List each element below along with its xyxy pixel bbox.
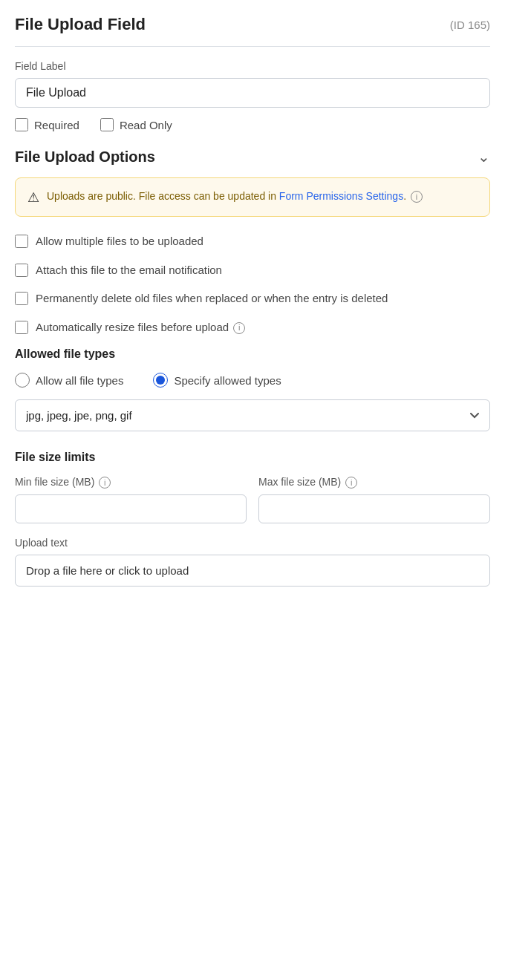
max-file-size-label: Max file size (MB) i	[258, 476, 490, 489]
min-file-size-col: Min file size (MB) i	[15, 476, 247, 523]
allow-all-radio-item[interactable]: Allow all file types	[15, 373, 123, 388]
read-only-label: Read Only	[120, 119, 172, 131]
file-type-radio-row: Allow all file types Specify allowed typ…	[15, 373, 490, 388]
page-id: (ID 165)	[450, 19, 490, 31]
max-file-size-input[interactable]	[258, 494, 490, 523]
allow-multiple-row: Allow multiple files to be uploaded	[15, 233, 490, 250]
required-checkbox-item[interactable]: Required	[15, 118, 79, 131]
auto-resize-checkbox[interactable]	[15, 321, 28, 334]
file-upload-options-title: File Upload Options	[15, 148, 155, 166]
info-icon[interactable]: i	[411, 191, 423, 203]
file-size-limits-section: File size limits Min file size (MB) i Ma…	[15, 451, 490, 523]
page-header: File Upload Field (ID 165)	[15, 15, 490, 34]
field-label-section: Field Label	[15, 60, 490, 108]
min-file-size-info-icon[interactable]: i	[99, 477, 111, 489]
file-upload-options-header[interactable]: File Upload Options ⌄	[15, 148, 490, 166]
attach-email-label: Attach this file to the email notificati…	[36, 262, 222, 279]
file-size-limits-title: File size limits	[15, 451, 490, 464]
field-label-text: Field Label	[15, 60, 490, 72]
allow-all-label: Allow all file types	[36, 374, 123, 387]
field-label-input[interactable]	[15, 78, 490, 108]
perm-delete-checkbox[interactable]	[15, 292, 28, 305]
min-file-size-input[interactable]	[15, 494, 247, 523]
auto-resize-label: Automatically resize files before upload…	[36, 319, 245, 336]
page-title: File Upload Field	[15, 15, 146, 34]
warning-text-content: Uploads are public. File access can be u…	[47, 190, 279, 202]
upload-text-input[interactable]	[15, 555, 490, 587]
required-label: Required	[34, 119, 79, 131]
read-only-checkbox[interactable]	[100, 118, 114, 131]
upload-text-label: Upload text	[15, 537, 490, 549]
header-divider	[15, 46, 490, 47]
read-only-checkbox-item[interactable]: Read Only	[100, 118, 172, 131]
required-checkbox[interactable]	[15, 118, 28, 131]
perm-delete-label: Permanently delete old files when replac…	[36, 290, 388, 307]
warning-box: ⚠ Uploads are public. File access can be…	[15, 177, 490, 217]
auto-resize-row: Automatically resize files before upload…	[15, 319, 490, 336]
auto-resize-info-icon[interactable]: i	[233, 322, 245, 334]
specify-types-radio[interactable]	[153, 373, 168, 388]
allow-all-radio[interactable]	[15, 373, 30, 388]
max-file-size-col: Max file size (MB) i	[258, 476, 490, 523]
specify-types-label: Specify allowed types	[174, 374, 281, 387]
attach-email-checkbox[interactable]	[15, 264, 28, 277]
warning-icon: ⚠	[27, 189, 39, 206]
file-types-select[interactable]: jpg, jpeg, jpe, png, gif pdf doc, docx A…	[15, 399, 490, 431]
allowed-file-types-section: Allowed file types Allow all file types …	[15, 347, 490, 431]
warning-text: Uploads are public. File access can be u…	[47, 189, 423, 204]
allow-multiple-checkbox[interactable]	[15, 235, 28, 248]
allowed-file-types-title: Allowed file types	[15, 347, 490, 361]
attach-email-row: Attach this file to the email notificati…	[15, 262, 490, 279]
form-permissions-link[interactable]: Form Permissions Settings	[279, 190, 403, 202]
upload-text-section: Upload text	[15, 537, 490, 587]
max-file-size-info-icon[interactable]: i	[345, 477, 357, 489]
warning-suffix: .	[403, 190, 406, 202]
allow-multiple-label: Allow multiple files to be uploaded	[36, 233, 203, 250]
file-size-inputs-row: Min file size (MB) i Max file size (MB) …	[15, 476, 490, 523]
required-readonly-row: Required Read Only	[15, 118, 490, 131]
specify-types-radio-item[interactable]: Specify allowed types	[153, 373, 281, 388]
min-file-size-label: Min file size (MB) i	[15, 476, 247, 489]
chevron-down-icon: ⌄	[478, 148, 490, 166]
perm-delete-row: Permanently delete old files when replac…	[15, 290, 490, 307]
